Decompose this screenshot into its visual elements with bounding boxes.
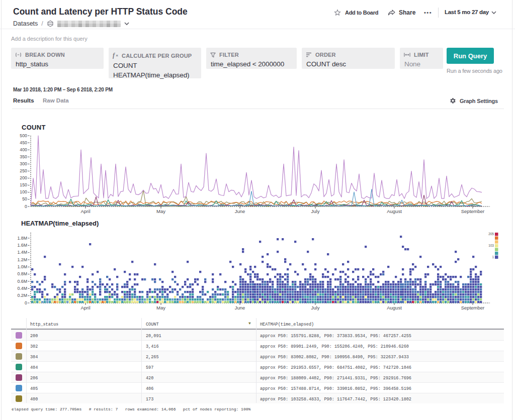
svg-text:150: 150 [20,182,27,187]
svg-text:205: 205 [488,232,494,236]
svg-text:July: July [311,305,320,310]
svg-text:103: 103 [488,244,494,247]
svg-text:HEATMAP(time_elapsed): HEATMAP(time_elapsed) [21,220,99,227]
svg-text:50: 50 [22,196,27,201]
svg-text:1: 1 [492,255,494,259]
svg-text:1.4M: 1.4M [17,250,27,255]
svg-text:1.6M: 1.6M [17,243,27,248]
svg-text:July: July [311,208,320,214]
svg-text:350: 350 [20,154,27,159]
svg-text:0.2M: 0.2M [17,293,27,298]
svg-text:0.6M: 0.6M [17,279,27,284]
svg-text:June: June [235,208,245,214]
svg-text:0.8M: 0.8M [17,271,27,276]
svg-text:450: 450 [20,140,27,145]
svg-text:300: 300 [20,161,27,166]
svg-text:400: 400 [20,147,27,152]
svg-text:100: 100 [20,189,27,194]
svg-text:August: August [387,208,402,214]
svg-text:0.4M: 0.4M [17,286,27,291]
svg-text:May: May [156,208,165,214]
svg-text:COUNT: COUNT [22,124,46,131]
svg-text:August: August [387,305,402,310]
svg-text:May: May [156,305,165,310]
svg-text:June: June [235,305,245,310]
svg-text:September: September [461,208,484,214]
svg-text:500: 500 [20,133,27,138]
svg-text:0: 0 [25,300,27,305]
svg-text:September: September [461,305,484,310]
svg-text:0: 0 [25,204,27,209]
svg-text:April: April [80,208,90,214]
svg-text:1.8M: 1.8M [17,236,27,241]
svg-text:April: April [80,305,90,310]
svg-text:200: 200 [20,175,27,180]
svg-text:1.2M: 1.2M [17,257,27,262]
svg-text:1.0M: 1.0M [17,264,27,269]
svg-text:250: 250 [20,168,27,173]
